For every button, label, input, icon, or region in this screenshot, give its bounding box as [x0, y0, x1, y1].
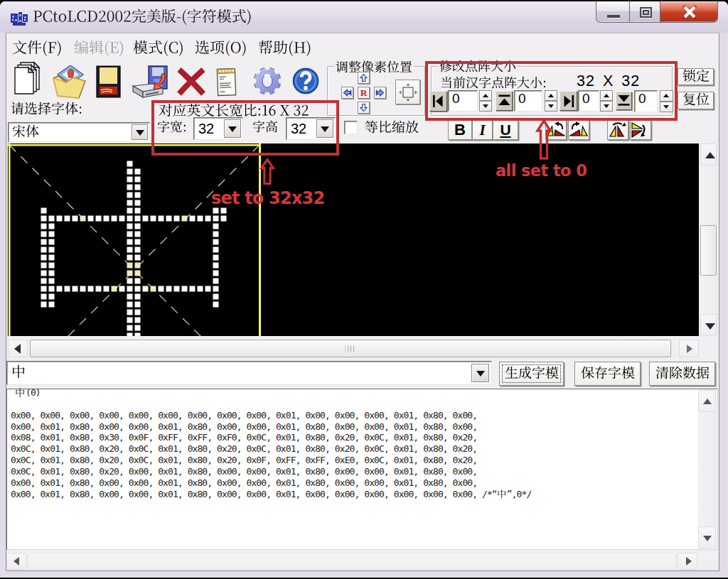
minimize-icon: [607, 15, 620, 18]
flip-vertical-icon: [631, 121, 651, 139]
canvas-vscrollbar[interactable]: [700, 144, 717, 336]
bottom-hscrollbar[interactable]: [6, 552, 718, 570]
menu-edit[interactable]: [74, 40, 124, 58]
generate-button-focus: [502, 364, 561, 383]
move-left-icon: [343, 88, 352, 97]
scroll-up-icon: [703, 399, 712, 404]
window-title: [33, 9, 252, 26]
menu-options[interactable]: [195, 40, 247, 58]
output-text: (0)0x00, 0x00, 0x00, 0x00, 0x00, 0x00, 0…: [11, 387, 697, 549]
font-combobox[interactable]: [8, 122, 150, 142]
char-combobox-dropdown[interactable]: [471, 364, 489, 382]
move-up-icon: [359, 73, 368, 82]
output-vscroll-up[interactable]: [698, 390, 716, 412]
flip-horizontal-button[interactable]: [607, 120, 628, 140]
generate-button[interactable]: [499, 362, 564, 386]
underline-button[interactable]: U: [493, 120, 518, 140]
scroll-down-icon: [705, 323, 715, 330]
menu-mode[interactable]: [133, 40, 184, 58]
flip-vertical-button[interactable]: [630, 120, 651, 140]
scroll-down-icon: [703, 536, 712, 541]
reset-position-button[interactable]: R: [358, 87, 370, 99]
canvas-hscroll-thumb[interactable]: [30, 340, 671, 357]
rotate-right-icon: [569, 121, 589, 139]
annotation-text-1: set to 32x32: [211, 188, 324, 208]
annotation-box-size-combos: [151, 100, 339, 156]
canvas-hscroll-left[interactable]: [8, 340, 28, 357]
menu-file[interactable]: [12, 40, 63, 58]
menu-bar: [6, 34, 719, 64]
move-up-button[interactable]: [358, 72, 370, 84]
annotation-arrow-up-2: [535, 119, 552, 161]
caption-buttons: [596, 1, 718, 23]
settings-icon[interactable]: [251, 65, 285, 99]
title-bar: [0, 1, 728, 33]
center-selection-icon: [396, 80, 420, 104]
output-vscroll-down[interactable]: [698, 526, 716, 548]
annotation-box-trim-spinners: [425, 61, 678, 121]
move-right-button[interactable]: [374, 87, 386, 99]
close-icon: [660, 1, 719, 23]
font-select-label: [11, 102, 83, 118]
scroll-right-icon: [687, 345, 692, 353]
rotate-right-button[interactable]: [568, 120, 589, 140]
proportional-scale-checkbox[interactable]: [344, 121, 358, 134]
save-output-button[interactable]: [574, 362, 641, 386]
help-icon[interactable]: [291, 66, 325, 100]
move-down-icon: [359, 103, 368, 112]
delete-icon[interactable]: [174, 66, 208, 100]
minimize-button[interactable]: [596, 1, 630, 23]
bottom-hscroll-right[interactable]: [678, 553, 697, 570]
save-icon[interactable]: [95, 65, 129, 99]
annotation-arrow-up-1: [259, 157, 275, 187]
canvas-hscrollbar[interactable]: [8, 339, 699, 358]
bottom-hscroll-thumb[interactable]: [28, 553, 676, 570]
scroll-up-icon: [705, 152, 715, 158]
annotation-text-2: all set to 0: [496, 161, 587, 180]
new-file-icon[interactable]: [12, 60, 46, 94]
open-file-icon[interactable]: [52, 65, 86, 99]
move-left-button[interactable]: [341, 87, 353, 99]
close-button[interactable]: [660, 1, 718, 23]
italic-button[interactable]: I: [472, 120, 493, 140]
reset-button[interactable]: [678, 92, 714, 109]
move-down-button[interactable]: [358, 102, 370, 114]
maximize-icon: [640, 7, 652, 18]
app-icon: [9, 11, 29, 28]
clear-button[interactable]: [649, 362, 715, 386]
proportional-scale-label: [365, 120, 419, 136]
bottom-hscroll-left[interactable]: [6, 553, 26, 570]
char-combobox-value: [11, 364, 26, 382]
app-window: R 32 X 32 0: [0, 1, 728, 578]
font-combobox-dropdown[interactable]: [132, 124, 148, 140]
char-combobox[interactable]: [6, 361, 492, 385]
maximize-button[interactable]: [630, 1, 660, 23]
move-right-icon: [375, 88, 385, 97]
scroll-left-icon: [14, 344, 21, 354]
flip-horizontal-icon: [608, 121, 628, 139]
canvas-vscroll-thumb[interactable]: [700, 225, 717, 276]
scroll-left-icon: [14, 557, 19, 566]
canvas-vscroll-up[interactable]: [700, 144, 717, 166]
lock-button[interactable]: [678, 68, 714, 85]
dropdown-arrow-icon: [136, 130, 144, 136]
menu-help[interactable]: [258, 40, 312, 58]
bold-button[interactable]: B: [448, 120, 472, 140]
output-textarea[interactable]: (0)0x00, 0x00, 0x00, 0x00, 0x00, 0x00, 0…: [6, 389, 718, 550]
output-vscrollbar[interactable]: [698, 390, 717, 548]
canvas-hscroll-right[interactable]: [679, 340, 699, 357]
center-selection-button[interactable]: [395, 80, 420, 104]
canvas-vscroll-down[interactable]: [700, 314, 717, 336]
save-as-icon[interactable]: [132, 65, 166, 99]
font-combobox-value: [12, 124, 39, 141]
dropdown-arrow-icon: [476, 371, 485, 377]
adjust-position-label: [334, 60, 414, 75]
scroll-right-icon: [686, 557, 692, 566]
notes-icon[interactable]: [214, 65, 248, 99]
dot-matrix-canvas[interactable]: [8, 144, 699, 336]
scroll-thumb-grip: [346, 345, 356, 352]
screenshot-root: R 32 X 32 0: [0, 0, 728, 579]
